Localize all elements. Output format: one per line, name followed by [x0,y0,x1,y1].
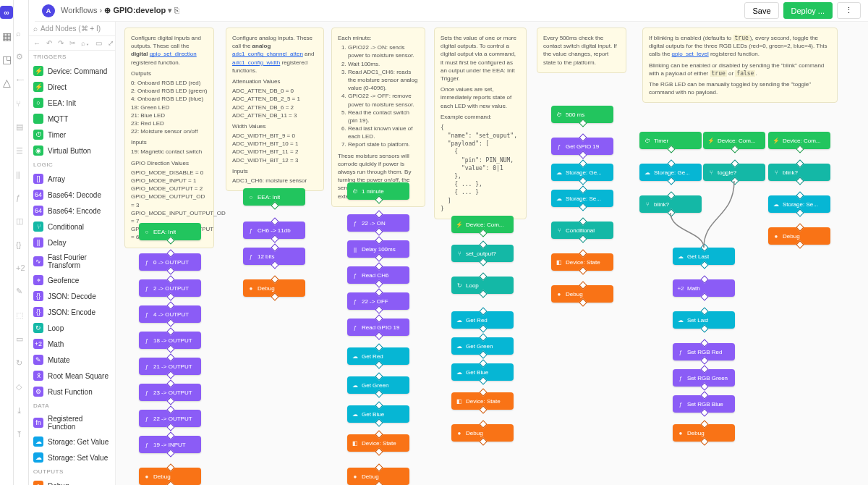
node-blink[interactable]: ⑂blink? [768,164,830,181]
edit-icon[interactable]: ✎ [16,287,26,296]
node-debug-2[interactable]: ●Debug [243,279,305,297]
palette-item[interactable]: ✎Mutate [29,352,115,368]
node-dstate3[interactable]: ◧Device: State [551,253,613,271]
node-getblue2[interactable]: ☁Get Blue [451,363,514,381]
node-fn-2[interactable]: ƒ2 -> OUTPUT [139,279,201,297]
node-fn-21[interactable]: ƒ21 -> OUTPUT [139,358,201,375]
node-dcom[interactable]: ⚡Device: Com... [451,216,514,233]
save-button[interactable]: Save [744,2,778,19]
node-fn-0[interactable]: ƒ0 -> OUTPUT [139,253,201,271]
node-sse2[interactable]: ☁Storage: Se... [768,195,830,213]
node-debug-3[interactable]: ●Debug [347,468,409,485]
palette-item[interactable]: 64Base64: Decode [29,187,115,203]
network-icon[interactable]: ◇ [16,382,26,392]
sync-icon[interactable]: ↻ [16,358,26,368]
node-getblue[interactable]: ☁Get Blue [347,405,409,423]
palette-item[interactable]: x̄Root Mean Square [29,368,115,384]
palette-item[interactable]: MQTT [29,111,115,127]
palette-item[interactable]: ☁Storage: Get Value [29,434,115,450]
more-button[interactable]: ⋮ [837,2,861,19]
node-setlast[interactable]: ☁Set Last [673,311,735,329]
palette-item[interactable]: 64Base64: Encode [29,203,115,219]
fit-icon[interactable]: ▭ [95,39,102,47]
zoom-icon[interactable]: ⌕▾ [81,39,90,47]
node-dstate[interactable]: ◧Device: State [347,434,409,452]
node-500ms[interactable]: ⏱500 ms [551,106,613,123]
node-dcom2[interactable]: ⚡Device: Com... [703,132,765,149]
palette-item[interactable]: ☁Storage: Set Value [29,450,115,465]
node-fn-19[interactable]: ƒ19 -> INPUT [139,436,201,453]
cut-icon[interactable]: ✂ [69,39,75,47]
palette-item[interactable]: ⑂Conditional [29,219,115,235]
node-fn-4[interactable]: ƒ4 -> OUTPUT [139,305,201,323]
filter-icon[interactable]: ⌕ [16,29,26,38]
palette-item[interactable]: {}JSON: Decode [29,288,115,304]
node-getred[interactable]: ☁Get Red [347,347,409,365]
node-readch6[interactable]: ƒRead CH6 [347,266,409,284]
node-debug-4[interactable]: ●Debug [451,424,514,442]
back-icon[interactable]: ← [33,39,41,47]
undo-icon[interactable]: ↶ [46,39,52,47]
palette-item[interactable]: {}JSON: Encode [29,304,115,320]
folder-icon[interactable]: ▭ [16,334,26,344]
dashboard-icon[interactable]: ▦ [1,30,12,42]
palette-item[interactable]: ○EEA: Init [29,95,115,111]
node-debug-1[interactable]: ●Debug [139,468,201,485]
gear-icon[interactable]: ⚙ [16,52,26,62]
node-setoutput[interactable]: ⑂set_output? [451,245,514,262]
node-fn-22[interactable]: ƒ22 -> OUTPUT [139,410,201,427]
node-blink2[interactable]: ⑂blink? [639,195,702,213]
node-eea-init[interactable]: ○EEA: Init [139,223,201,240]
node-storageget[interactable]: ☁Storage: Ge... [551,164,613,181]
node-setrgbred[interactable]: ƒSet RGB Red [673,343,735,360]
node-setrgbblue[interactable]: ƒSet RGB Blue [673,395,735,413]
node-toggle[interactable]: ⑂toggle? [703,164,765,181]
list-icon[interactable]: ☰ [16,146,26,156]
palette-item[interactable]: ●Debug [29,478,115,485]
palette-item[interactable]: ⏱Timer [29,127,115,143]
redo-icon[interactable]: ↷ [58,39,64,47]
node-fn-18[interactable]: ƒ18 -> OUTPUT [139,332,201,349]
search-input[interactable]: ⌕ Add Nodes (⌘ + I) [29,22,115,36]
palette-item[interactable]: ⚙Rust Function [29,384,115,400]
palette-item[interactable]: fnRegistered Function [29,412,115,434]
node-delay100[interactable]: ||Delay 100ms [347,240,409,258]
palette-item[interactable]: ⚡Device: Command [29,63,115,79]
node-dcom3[interactable]: ⚡Device: Com... [768,132,830,149]
node-ch6[interactable]: ƒCH6 -> 11db [243,222,305,239]
expand-icon[interactable]: ⤢ [108,39,114,47]
node-getgreen[interactable]: ☁Get Green [347,376,409,394]
node-fn-23[interactable]: ƒ23 -> OUTPUT [139,384,201,401]
node-getgpio19[interactable]: ƒGet GPIO 19 [551,138,613,155]
table-icon[interactable]: ▤ [16,122,26,132]
layers-icon[interactable]: ◫ [16,216,26,226]
node-getgreen2[interactable]: ☁Get Green [451,337,514,355]
node-sge2[interactable]: ☁Storage: Ge... [639,164,702,181]
palette-item[interactable]: ◉Virtual Button [29,143,115,159]
node-timer[interactable]: ⏱Timer [639,132,702,149]
branch-icon[interactable]: ⑂ [16,99,26,108]
node-math[interactable]: +2Math [673,279,735,297]
node-debug-5[interactable]: ●Debug [551,285,613,303]
palette-item[interactable]: []Array [29,171,115,187]
palette-item[interactable]: ↻Loop [29,320,115,336]
app-logo[interactable]: A [42,4,55,17]
chart-icon[interactable]: ⬳ [16,76,26,85]
warning-icon[interactable]: △ [1,77,12,88]
math-icon[interactable]: +2 [16,263,26,272]
workflow-canvas[interactable]: Configure digital inputs and outputs. Th… [116,22,868,485]
node-setrgbgreen[interactable]: ƒSet RGB Green [673,369,735,387]
fx-icon[interactable]: ƒ [16,193,26,202]
node-dstate2[interactable]: ◧Device: State [451,392,514,410]
palette-item[interactable]: ||Delay [29,235,115,250]
node-getlast[interactable]: ☁Get Last [673,248,735,265]
palette-item[interactable]: +2Math [29,336,115,352]
node-12bits[interactable]: ƒ12 bits [243,248,305,265]
palette-item[interactable]: ⚡Direct [29,79,115,95]
node-22off[interactable]: ƒ22 -> OFF [347,292,409,310]
pause-icon[interactable]: || [16,170,26,179]
node-debug-6[interactable]: ●Debug [768,227,830,245]
cube-icon[interactable]: ◳ [1,54,12,65]
brand-logo[interactable]: ∞ [0,6,13,19]
download-icon[interactable]: ⤓ [16,406,26,416]
